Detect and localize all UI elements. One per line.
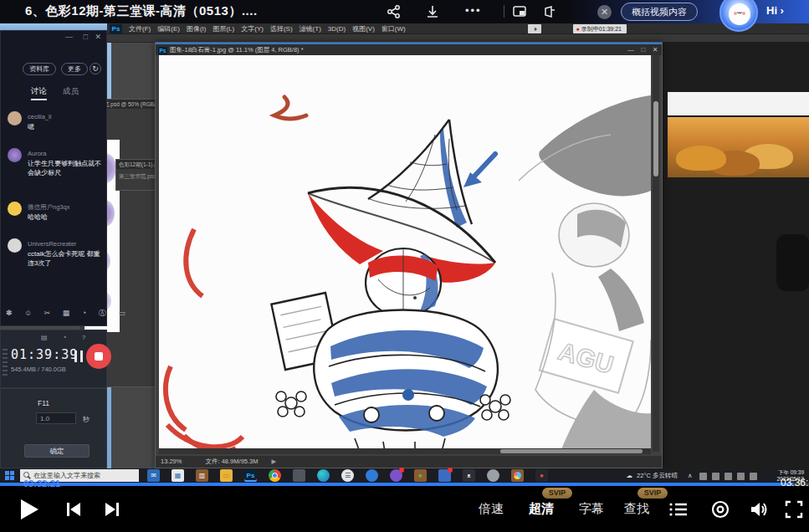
menu-layer[interactable]: 图层(L) xyxy=(212,23,234,34)
document-titlebar[interactable]: Ps图集-18白石膏-1.jpg @ 11.1% (图层 4, RGB/8) * xyxy=(156,44,662,55)
tab-discussion[interactable]: 讨论 xyxy=(31,86,47,100)
volume-tray-icon[interactable] xyxy=(737,473,745,480)
chrome-icon[interactable] xyxy=(269,469,281,482)
menu-view[interactable]: 视图(V) xyxy=(352,23,375,34)
photoshop-document-window[interactable]: Ps图集-18白石膏-1.jpg @ 11.1% (图层 4, RGB/8) *… xyxy=(155,42,663,468)
tray-icon[interactable] xyxy=(712,473,719,480)
recording-timer: 01:39:39 xyxy=(11,347,78,362)
scrollbar-thumb[interactable] xyxy=(653,101,658,176)
chat-toolbar-icons[interactable]: ✽ ☺ ✂ ▦ ◔ Ⓐ ▭ xyxy=(6,308,103,319)
menu-file[interactable]: 文件(F) xyxy=(129,23,151,34)
recorder-app-icon[interactable]: ● xyxy=(535,469,548,482)
wechat-icon[interactable]: ● xyxy=(414,469,427,482)
calendar-icon[interactable]: ▦ xyxy=(172,469,184,482)
more-options-icon[interactable]: ••• xyxy=(465,4,484,19)
cctalk-icon[interactable] xyxy=(366,469,378,482)
work-app-icon[interactable] xyxy=(438,469,451,482)
mute-flag-icon[interactable] xyxy=(542,4,561,19)
floating-widget[interactable] xyxy=(776,234,809,291)
screen-recorder-panel[interactable]: ▤ ◔ ? 01:39:39 545.4MB / 740.0GB xyxy=(0,330,107,388)
picture-in-picture-icon[interactable] xyxy=(512,4,530,19)
system-tray[interactable]: ☁ 22°C 多云转晴 ∧ xyxy=(627,470,760,481)
maximize-icon[interactable]: □ xyxy=(637,44,649,55)
menu-select[interactable]: 选择(S) xyxy=(270,23,293,34)
zoom-level[interactable]: 13.29% xyxy=(161,458,182,465)
cat-app-icon[interactable]: ᴥ xyxy=(463,469,475,482)
edge-icon[interactable] xyxy=(317,469,330,482)
steam-icon[interactable] xyxy=(487,469,499,482)
avatar[interactable] xyxy=(8,202,22,216)
close-overlay-icon[interactable]: ✕ xyxy=(597,5,612,19)
download-icon[interactable] xyxy=(425,4,443,19)
minimize-icon[interactable]: — xyxy=(65,33,73,41)
more-button[interactable]: 更多 xyxy=(61,63,88,75)
value-input[interactable]: 1.0 xyxy=(36,412,76,424)
background-panel xyxy=(668,92,809,115)
video-content[interactable]: Ps文件(F)编辑(E)图像(I)图层(L)文字(Y)选择(S)滤镜(T)3D(… xyxy=(0,23,809,483)
tray-icon[interactable] xyxy=(699,473,707,480)
tray-icon[interactable] xyxy=(725,473,732,480)
maximize-icon[interactable]: □ xyxy=(84,33,88,41)
speed-button[interactable]: 倍速 xyxy=(479,501,504,517)
photoshop-canvas[interactable]: AGU xyxy=(159,55,651,452)
menu-edit[interactable]: 编辑(E) xyxy=(157,23,180,34)
playlist-icon[interactable] xyxy=(669,502,688,517)
tab-members[interactable]: 成员 xyxy=(63,86,79,97)
tray-time: 下午 09:39 xyxy=(776,469,804,476)
horizontal-scrollbar[interactable] xyxy=(159,448,651,454)
confirm-button[interactable]: 确定 xyxy=(24,444,90,458)
photoshop-taskbar-icon[interactable]: Ps xyxy=(244,469,257,482)
chat-message: 微信用户ng3qx 哈哈哈 xyxy=(8,202,101,230)
menu-window[interactable]: 窗口(W) xyxy=(381,23,406,34)
volume-icon[interactable] xyxy=(750,500,770,519)
close-icon[interactable]: ✕ xyxy=(649,44,661,55)
drive-icon[interactable] xyxy=(293,469,305,482)
character-head xyxy=(366,248,441,317)
network-tray-icon[interactable] xyxy=(750,473,757,480)
pause-icon[interactable] xyxy=(74,350,83,362)
refresh-icon[interactable]: ↻ xyxy=(90,63,101,74)
recorder-toolbar-icons[interactable]: ▤ ◔ ? xyxy=(41,334,92,341)
username: UniversRecreater xyxy=(28,240,76,248)
quality-button[interactable]: 超清 xyxy=(529,501,554,517)
share-icon[interactable] xyxy=(387,4,405,19)
summarize-video-button[interactable]: 概括视频内容 xyxy=(621,3,698,21)
avatar[interactable] xyxy=(8,111,22,125)
media-app-icon[interactable]: ☰ xyxy=(341,469,354,482)
start-button[interactable] xyxy=(5,471,14,480)
status-arrow-icon[interactable]: ▶ xyxy=(272,458,277,465)
chat-window[interactable]: — □ ✕ 资料库 更多 ↻ 讨论 成员 cecilia_li 嗯 Aurora… xyxy=(0,30,107,326)
next-button[interactable] xyxy=(104,501,120,518)
store-icon[interactable]: ▥ xyxy=(196,469,208,482)
play-button[interactable] xyxy=(18,498,40,521)
library-button[interactable]: 资料库 xyxy=(23,63,56,75)
menu-3d[interactable]: 3D(D) xyxy=(328,23,346,34)
stop-record-button[interactable] xyxy=(86,344,111,369)
avatar[interactable] xyxy=(8,148,22,162)
minimize-icon[interactable]: — xyxy=(625,44,637,55)
avatar[interactable] xyxy=(8,238,22,253)
menu-filter[interactable]: 滤镜(T) xyxy=(300,23,321,34)
hotkey-label: F11 xyxy=(38,399,49,407)
chat-message: cecilia_li 嗯 xyxy=(8,111,101,140)
assistant-label[interactable]: Hi › xyxy=(766,4,784,17)
vertical-scrollbar[interactable] xyxy=(653,55,659,452)
subtitle-button[interactable]: 字幕 xyxy=(579,501,604,517)
username: cecilia_li xyxy=(28,113,51,120)
menu-type[interactable]: 文字(Y) xyxy=(241,23,264,34)
tray-expand-icon[interactable]: ∧ xyxy=(688,472,693,479)
message-text: 哈哈哈 xyxy=(28,212,103,222)
record-screen-icon[interactable] xyxy=(711,500,730,519)
menu-image[interactable]: 图像(I) xyxy=(187,23,207,34)
mail-icon[interactable]: ✉ xyxy=(147,469,160,482)
file-explorer-icon[interactable]: ▭ xyxy=(220,469,233,482)
fullscreen-icon[interactable] xyxy=(785,500,803,519)
close-icon[interactable]: ✕ xyxy=(95,33,101,41)
divider xyxy=(504,5,504,18)
find-button[interactable]: 查找 xyxy=(624,501,649,517)
music-app-icon[interactable] xyxy=(390,469,402,482)
background-artwork xyxy=(668,117,809,177)
scrollbar-thumb[interactable] xyxy=(500,449,643,453)
clock-app-icon[interactable] xyxy=(511,469,524,482)
previous-button[interactable] xyxy=(65,501,82,518)
